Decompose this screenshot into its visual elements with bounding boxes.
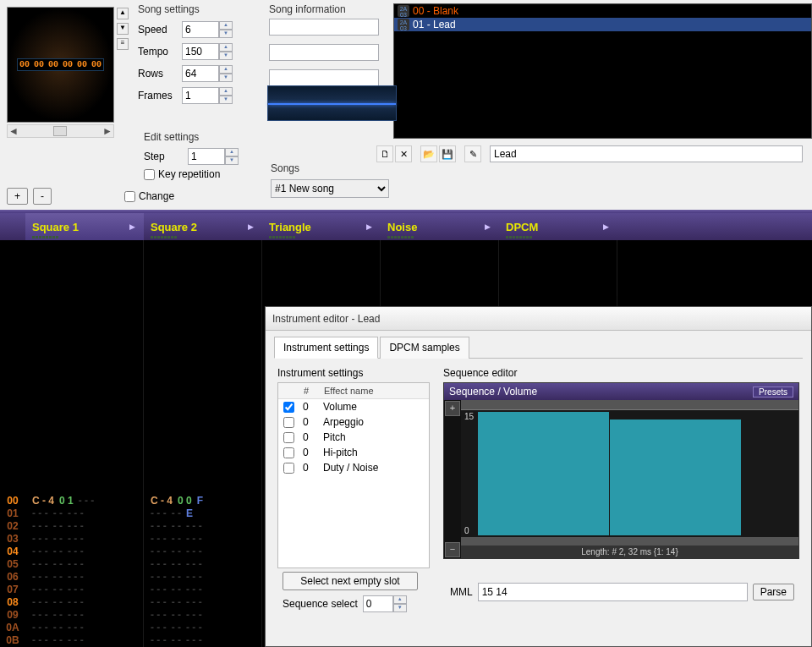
save-instrument-button[interactable]: 💾 — [439, 145, 456, 162]
spin-down-icon[interactable]: ▼ — [219, 52, 233, 60]
scroll-left-icon[interactable]: ◄ — [8, 125, 19, 137]
spin-down-icon[interactable]: ▼ — [219, 96, 233, 104]
instrument-item-selected[interactable]: 2A03 01 - Lead — [394, 18, 811, 31]
pattern-row[interactable]: 0A- - -- -- - -- - -- -- - - — [0, 621, 262, 633]
chevron-right-icon[interactable]: ▶ — [366, 222, 372, 231]
seq-add-button[interactable]: + — [445, 401, 460, 416]
mml-input[interactable] — [478, 583, 748, 601]
channel-header-triangle[interactable]: Triangle▶ — [262, 213, 381, 240]
sequence-bar[interactable] — [478, 412, 609, 535]
pattern-row[interactable]: 08- - -- -- - -- - -- -- - - — [0, 595, 262, 608]
spin-up-icon[interactable]: ▲ — [219, 21, 233, 30]
spin-down-icon[interactable]: ▼ — [225, 156, 239, 165]
speed-input[interactable] — [182, 21, 219, 38]
spin-up-icon[interactable]: ▲ — [219, 65, 233, 74]
spin-up-icon[interactable]: ▲ — [393, 595, 407, 604]
chevron-right-icon[interactable]: ▶ — [603, 222, 609, 231]
effect-checkbox[interactable] — [283, 463, 294, 474]
column-effect-name[interactable]: Effect name — [319, 383, 379, 398]
frames-input[interactable] — [182, 87, 219, 104]
songs-select[interactable]: #1 New song — [271, 179, 389, 198]
song-copyright-input[interactable] — [269, 69, 379, 86]
channel-header-noise[interactable]: Noise▶ — [381, 213, 499, 240]
spin-up-icon[interactable]: ▲ — [219, 87, 233, 96]
sequence-canvas[interactable]: 15 0 — [461, 410, 798, 537]
edit-instrument-button[interactable]: ✎ — [464, 145, 481, 162]
effect-row[interactable]: 0Hi-pitch — [278, 445, 429, 460]
song-title-input[interactable] — [269, 19, 379, 36]
effect-checkbox[interactable] — [283, 402, 294, 413]
effect-row[interactable]: 0Arpeggio — [278, 414, 429, 430]
rows-input[interactable] — [182, 65, 219, 82]
remove-frame-button[interactable]: - — [33, 188, 52, 205]
frame-cell[interactable]: 00 — [61, 59, 74, 70]
pattern-row[interactable]: 05- - -- -- - -- - -- -- - - — [0, 557, 262, 570]
effect-row[interactable]: 0Pitch — [278, 430, 429, 445]
delete-instrument-button[interactable]: ✕ — [395, 145, 412, 162]
parse-button[interactable]: Parse — [753, 584, 794, 600]
frame-down-button[interactable]: ▼ — [117, 23, 129, 35]
effect-row[interactable]: 0Volume — [278, 399, 429, 414]
column-hash[interactable]: # — [299, 383, 319, 398]
key-repetition-checkbox[interactable] — [144, 169, 155, 180]
scroll-right-icon[interactable]: ► — [102, 125, 113, 137]
select-next-slot-button[interactable]: Select next empty slot — [283, 572, 418, 590]
pattern-row[interactable]: 00C - 40 1- - -C - 40 0F — [0, 494, 262, 507]
frame-canvas[interactable]: 00 00 00 00 00 00 ▲ ▼ ≡ — [7, 7, 114, 123]
seq-ruler-top[interactable] — [461, 400, 798, 410]
spin-down-icon[interactable]: ▼ — [219, 30, 233, 38]
pattern-row[interactable]: 02- - -- -- - -- - -- -- - - — [0, 519, 262, 532]
tab-instrument-settings[interactable]: Instrument settings — [274, 337, 378, 359]
chevron-right-icon[interactable]: ▶ — [129, 222, 135, 231]
pattern-row[interactable]: 06- - -- -- - -- - -- -- - - — [0, 570, 262, 583]
add-frame-button[interactable]: + — [7, 188, 28, 205]
spin-down-icon[interactable]: ▼ — [219, 74, 233, 82]
instrument-list[interactable]: 2A03 00 - Blank 2A03 01 - Lead — [393, 3, 812, 139]
channel-header-square2[interactable]: Square 2▶ — [144, 213, 262, 240]
waveform-display — [267, 85, 397, 121]
spin-down-icon[interactable]: ▼ — [393, 604, 407, 612]
instrument-name: 01 - Lead — [413, 19, 456, 30]
channel-header-dpcm[interactable]: DPCM▶ — [499, 213, 617, 240]
spin-up-icon[interactable]: ▲ — [225, 148, 239, 156]
chevron-right-icon[interactable]: ▶ — [485, 222, 491, 231]
frame-scrollbar[interactable]: ◄ ► — [7, 124, 114, 138]
frame-cell[interactable]: 00 — [90, 59, 103, 70]
scroll-thumb[interactable] — [53, 126, 67, 136]
frame-cell[interactable]: 00 — [47, 59, 60, 70]
frame-up-button[interactable]: ▲ — [117, 8, 129, 19]
chevron-right-icon[interactable]: ▶ — [248, 222, 254, 231]
step-input[interactable] — [188, 148, 225, 165]
seq-remove-button[interactable]: − — [445, 542, 460, 557]
effect-checkbox[interactable] — [283, 447, 294, 458]
new-instrument-button[interactable]: 🗋 — [376, 145, 393, 162]
pattern-row[interactable]: 04- - -- -- - -- - -- -- - - — [0, 545, 262, 557]
instrument-name-input[interactable] — [490, 145, 803, 162]
pattern-row[interactable]: 07- - -- -- - -- - -- -- - - — [0, 583, 262, 595]
sequence-bar[interactable] — [610, 419, 741, 535]
tab-dpcm-samples[interactable]: DPCM samples — [380, 337, 469, 359]
frame-menu-button[interactable]: ≡ — [117, 38, 129, 50]
change-checkbox[interactable] — [124, 191, 135, 202]
effect-checkbox[interactable] — [283, 417, 294, 428]
effect-row[interactable]: 0Duty / Noise — [278, 460, 429, 475]
pattern-row[interactable]: 01- - -- -- - -- - -- -E — [0, 507, 262, 519]
frame-cell[interactable]: 00 — [32, 59, 46, 70]
seq-ruler-bottom[interactable] — [461, 537, 798, 546]
sequence-select-input[interactable] — [363, 595, 393, 612]
pattern-row[interactable]: 03- - -- -- - -- - -- -- - - — [0, 532, 262, 545]
open-instrument-button[interactable]: 📂 — [420, 145, 437, 162]
pattern-row[interactable]: 0B- - -- -- - -- - -- -- - - — [0, 633, 262, 646]
frame-cell[interactable]: 00 — [75, 59, 89, 70]
frame-cell[interactable]: 00 — [18, 59, 31, 70]
pattern-row[interactable]: 09- - -- -- - -- - -- -- - - — [0, 608, 262, 621]
tempo-input[interactable] — [182, 43, 219, 60]
instrument-item[interactable]: 2A03 00 - Blank — [394, 4, 811, 18]
song-author-input[interactable] — [269, 44, 379, 61]
presets-button[interactable]: Presets — [753, 387, 793, 398]
dialog-titlebar[interactable]: Instrument editor - Lead — [266, 307, 811, 331]
effect-checkbox[interactable] — [283, 432, 294, 443]
spin-up-icon[interactable]: ▲ — [219, 43, 233, 52]
frame-row[interactable]: 00 00 00 00 00 00 — [17, 58, 104, 71]
channel-header-square1[interactable]: Square 1▶ — [25, 213, 144, 240]
